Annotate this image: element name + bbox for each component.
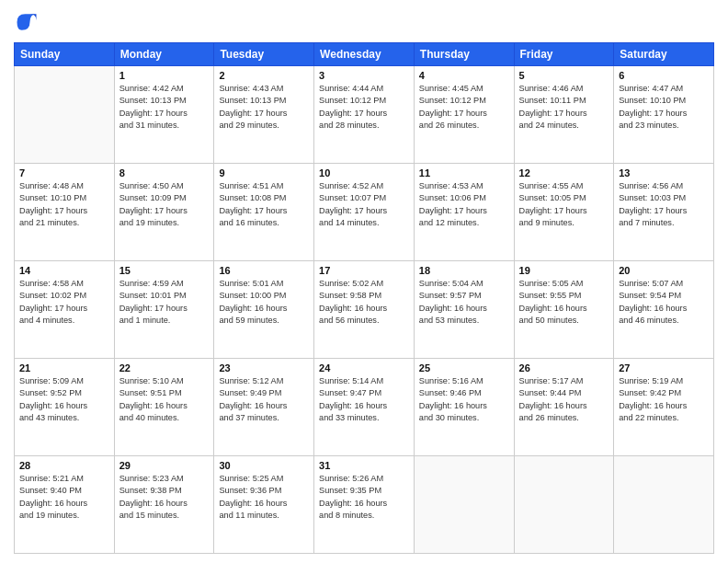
day-of-week-header: Wednesday [314, 43, 415, 66]
day-number: 29 [119, 460, 210, 471]
day-info: Sunrise: 5:25 AM Sunset: 9:36 PM Dayligh… [219, 473, 309, 522]
calendar-day-cell: 7Sunrise: 4:48 AM Sunset: 10:10 PM Dayli… [15, 164, 115, 261]
day-number: 11 [419, 167, 509, 178]
calendar-header-row: SundayMondayTuesdayWednesdayThursdayFrid… [15, 43, 714, 66]
calendar-week-row: 28Sunrise: 5:21 AM Sunset: 9:40 PM Dayli… [15, 456, 714, 554]
calendar-day-cell: 25Sunrise: 5:16 AM Sunset: 9:46 PM Dayli… [414, 359, 514, 456]
header [14, 9, 714, 35]
day-of-week-header: Monday [114, 43, 214, 66]
calendar-day-cell: 24Sunrise: 5:14 AM Sunset: 9:47 PM Dayli… [314, 359, 415, 456]
calendar-day-cell: 31Sunrise: 5:26 AM Sunset: 9:35 PM Dayli… [314, 456, 415, 554]
calendar-day-cell: 27Sunrise: 5:19 AM Sunset: 9:42 PM Dayli… [614, 359, 714, 456]
logo [14, 9, 43, 35]
calendar-day-cell: 4Sunrise: 4:45 AM Sunset: 10:12 PM Dayli… [414, 66, 514, 164]
calendar-day-cell: 18Sunrise: 5:04 AM Sunset: 9:57 PM Dayli… [414, 261, 514, 359]
day-info: Sunrise: 4:59 AM Sunset: 10:01 PM Daylig… [119, 278, 210, 327]
day-info: Sunrise: 4:51 AM Sunset: 10:08 PM Daylig… [219, 180, 309, 229]
day-info: Sunrise: 4:42 AM Sunset: 10:13 PM Daylig… [119, 83, 210, 132]
day-info: Sunrise: 5:04 AM Sunset: 9:57 PM Dayligh… [419, 278, 509, 327]
day-of-week-header: Thursday [414, 43, 514, 66]
calendar-day-cell: 22Sunrise: 5:10 AM Sunset: 9:51 PM Dayli… [114, 359, 214, 456]
day-number: 10 [319, 167, 409, 178]
calendar-table: SundayMondayTuesdayWednesdayThursdayFrid… [14, 42, 714, 554]
day-info: Sunrise: 4:46 AM Sunset: 10:11 PM Daylig… [519, 83, 609, 132]
calendar-day-cell: 16Sunrise: 5:01 AM Sunset: 10:00 PM Dayl… [214, 261, 314, 359]
calendar-day-cell: 21Sunrise: 5:09 AM Sunset: 9:52 PM Dayli… [15, 359, 115, 456]
day-number: 30 [219, 460, 309, 471]
day-info: Sunrise: 4:55 AM Sunset: 10:05 PM Daylig… [519, 180, 609, 229]
day-number: 8 [119, 167, 210, 178]
day-info: Sunrise: 5:14 AM Sunset: 9:47 PM Dayligh… [319, 375, 409, 424]
calendar-day-cell [414, 456, 514, 554]
day-number: 23 [219, 362, 309, 373]
day-info: Sunrise: 4:52 AM Sunset: 10:07 PM Daylig… [319, 180, 409, 229]
day-number: 6 [619, 70, 709, 81]
calendar-day-cell: 14Sunrise: 4:58 AM Sunset: 10:02 PM Dayl… [15, 261, 115, 359]
day-number: 4 [419, 70, 509, 81]
day-info: Sunrise: 5:09 AM Sunset: 9:52 PM Dayligh… [19, 375, 109, 424]
day-info: Sunrise: 4:58 AM Sunset: 10:02 PM Daylig… [19, 278, 109, 327]
day-number: 7 [19, 167, 109, 178]
calendar-day-cell: 9Sunrise: 4:51 AM Sunset: 10:08 PM Dayli… [214, 164, 314, 261]
day-number: 25 [419, 362, 509, 373]
day-info: Sunrise: 4:56 AM Sunset: 10:03 PM Daylig… [619, 180, 709, 229]
day-number: 9 [219, 167, 309, 178]
day-info: Sunrise: 5:23 AM Sunset: 9:38 PM Dayligh… [119, 473, 210, 522]
day-info: Sunrise: 4:43 AM Sunset: 10:13 PM Daylig… [219, 83, 309, 132]
calendar-day-cell: 28Sunrise: 5:21 AM Sunset: 9:40 PM Dayli… [15, 456, 115, 554]
day-info: Sunrise: 5:12 AM Sunset: 9:49 PM Dayligh… [219, 375, 309, 424]
day-number: 21 [19, 362, 109, 373]
day-of-week-header: Sunday [15, 43, 115, 66]
day-number: 27 [619, 362, 709, 373]
calendar-day-cell: 3Sunrise: 4:44 AM Sunset: 10:12 PM Dayli… [314, 66, 415, 164]
day-number: 16 [219, 265, 309, 276]
day-info: Sunrise: 4:44 AM Sunset: 10:12 PM Daylig… [319, 83, 409, 132]
calendar-day-cell: 17Sunrise: 5:02 AM Sunset: 9:58 PM Dayli… [314, 261, 415, 359]
day-number: 24 [319, 362, 409, 373]
calendar-day-cell: 2Sunrise: 4:43 AM Sunset: 10:13 PM Dayli… [214, 66, 314, 164]
day-info: Sunrise: 5:19 AM Sunset: 9:42 PM Dayligh… [619, 375, 709, 424]
day-number: 20 [619, 265, 709, 276]
calendar-day-cell: 10Sunrise: 4:52 AM Sunset: 10:07 PM Dayl… [314, 164, 415, 261]
calendar-day-cell: 23Sunrise: 5:12 AM Sunset: 9:49 PM Dayli… [214, 359, 314, 456]
calendar-week-row: 1Sunrise: 4:42 AM Sunset: 10:13 PM Dayli… [15, 66, 714, 164]
calendar-day-cell: 19Sunrise: 5:05 AM Sunset: 9:55 PM Dayli… [514, 261, 614, 359]
day-number: 26 [519, 362, 609, 373]
calendar-day-cell: 29Sunrise: 5:23 AM Sunset: 9:38 PM Dayli… [114, 456, 214, 554]
day-number: 3 [319, 70, 409, 81]
day-of-week-header: Tuesday [214, 43, 314, 66]
day-info: Sunrise: 4:45 AM Sunset: 10:12 PM Daylig… [419, 83, 509, 132]
day-info: Sunrise: 5:21 AM Sunset: 9:40 PM Dayligh… [19, 473, 109, 522]
calendar-day-cell: 13Sunrise: 4:56 AM Sunset: 10:03 PM Dayl… [614, 164, 714, 261]
calendar-day-cell: 15Sunrise: 4:59 AM Sunset: 10:01 PM Dayl… [114, 261, 214, 359]
day-info: Sunrise: 5:10 AM Sunset: 9:51 PM Dayligh… [119, 375, 210, 424]
day-of-week-header: Saturday [614, 43, 714, 66]
day-number: 13 [619, 167, 709, 178]
day-number: 19 [519, 265, 609, 276]
calendar-week-row: 21Sunrise: 5:09 AM Sunset: 9:52 PM Dayli… [15, 359, 714, 456]
day-info: Sunrise: 5:07 AM Sunset: 9:54 PM Dayligh… [619, 278, 709, 327]
day-number: 31 [319, 460, 409, 471]
day-info: Sunrise: 5:26 AM Sunset: 9:35 PM Dayligh… [319, 473, 409, 522]
day-info: Sunrise: 5:05 AM Sunset: 9:55 PM Dayligh… [519, 278, 609, 327]
calendar-day-cell: 6Sunrise: 4:47 AM Sunset: 10:10 PM Dayli… [614, 66, 714, 164]
calendar-day-cell [15, 66, 115, 164]
day-number: 18 [419, 265, 509, 276]
day-number: 17 [319, 265, 409, 276]
day-of-week-header: Friday [514, 43, 614, 66]
day-number: 2 [219, 70, 309, 81]
day-number: 28 [19, 460, 109, 471]
calendar-day-cell [614, 456, 714, 554]
calendar-week-row: 14Sunrise: 4:58 AM Sunset: 10:02 PM Dayl… [15, 261, 714, 359]
day-info: Sunrise: 4:50 AM Sunset: 10:09 PM Daylig… [119, 180, 210, 229]
calendar-day-cell: 20Sunrise: 5:07 AM Sunset: 9:54 PM Dayli… [614, 261, 714, 359]
calendar-day-cell: 12Sunrise: 4:55 AM Sunset: 10:05 PM Dayl… [514, 164, 614, 261]
day-number: 12 [519, 167, 609, 178]
day-info: Sunrise: 5:01 AM Sunset: 10:00 PM Daylig… [219, 278, 309, 327]
calendar-day-cell: 8Sunrise: 4:50 AM Sunset: 10:09 PM Dayli… [114, 164, 214, 261]
calendar-day-cell: 5Sunrise: 4:46 AM Sunset: 10:11 PM Dayli… [514, 66, 614, 164]
calendar-day-cell: 30Sunrise: 5:25 AM Sunset: 9:36 PM Dayli… [214, 456, 314, 554]
day-info: Sunrise: 5:17 AM Sunset: 9:44 PM Dayligh… [519, 375, 609, 424]
page: SundayMondayTuesdayWednesdayThursdayFrid… [0, 0, 728, 563]
calendar-day-cell: 1Sunrise: 4:42 AM Sunset: 10:13 PM Dayli… [114, 66, 214, 164]
